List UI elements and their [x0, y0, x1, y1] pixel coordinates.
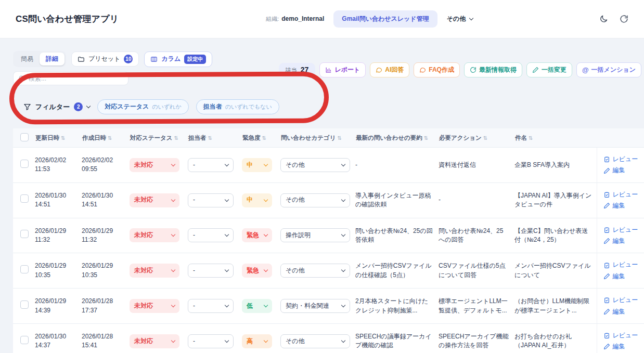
- sort-icon[interactable]: ⇅: [262, 135, 266, 141]
- status-select[interactable]: 未対応: [130, 299, 179, 313]
- edit-link[interactable]: 編集: [603, 272, 640, 281]
- assignee-select[interactable]: -: [188, 264, 234, 278]
- edit-link[interactable]: 編集: [603, 201, 640, 210]
- sort-icon[interactable]: ⇅: [529, 135, 533, 141]
- assignee-select[interactable]: -: [188, 334, 234, 348]
- column-header-action[interactable]: 必要アクション⇅: [437, 128, 513, 148]
- chip-condition: のいずれでもない: [225, 103, 272, 111]
- created-time: 17:37: [82, 306, 124, 315]
- reload-button[interactable]: [620, 15, 628, 23]
- sort-icon[interactable]: ⇅: [174, 135, 178, 141]
- status-select[interactable]: 未対応: [130, 158, 179, 172]
- category-select[interactable]: その他: [280, 334, 350, 348]
- column-header-created[interactable]: 作成日時⇅: [81, 128, 128, 148]
- filter-chip-assignee[interactable]: 担当者 のいずれでもない: [196, 99, 279, 114]
- fetch-latest-button[interactable]: 最新情報取得: [464, 62, 522, 77]
- edit-link[interactable]: 編集: [603, 342, 640, 351]
- table-row: 2026/01/2914:39 2026/01/2817:37 未対応 - 低 …: [13, 289, 644, 324]
- select-all-checkbox[interactable]: [20, 133, 29, 141]
- column-header-updated[interactable]: 更新日時⇅: [34, 128, 81, 148]
- ai-answer-button[interactable]: AI回答: [370, 62, 409, 77]
- column-header-status[interactable]: 対応ステータス⇅: [128, 128, 187, 148]
- category-select[interactable]: その他: [280, 158, 350, 172]
- urgency-select[interactable]: 中: [242, 193, 272, 207]
- filter-count-badge: 2: [74, 102, 83, 111]
- column-header-assignee[interactable]: 担当者⇅: [187, 128, 241, 148]
- review-link[interactable]: レビュー: [603, 260, 640, 269]
- review-link[interactable]: レビュー: [603, 155, 640, 164]
- report-button[interactable]: レポート: [319, 62, 366, 77]
- edit-link[interactable]: 編集: [603, 307, 640, 316]
- sort-icon[interactable]: ⇅: [337, 135, 341, 141]
- row-checkbox[interactable]: [20, 194, 29, 203]
- assignee-select[interactable]: -: [188, 158, 234, 172]
- bulk-mention-button[interactable]: @ 一括メンション: [576, 62, 641, 77]
- bulk-mention-label: 一括メンション: [591, 66, 636, 74]
- column-header-subject[interactable]: 件名⇅: [513, 128, 597, 148]
- assignee-select[interactable]: -: [188, 193, 234, 207]
- bulk-change-button[interactable]: 一括変更: [526, 62, 572, 77]
- sort-icon[interactable]: ⇅: [61, 135, 65, 141]
- column-header-urgency[interactable]: 緊急度⇅: [241, 128, 279, 148]
- org-label: 組織:demo_Internal: [266, 15, 324, 23]
- edit-link[interactable]: 編集: [603, 166, 640, 175]
- row-checkbox[interactable]: [20, 336, 29, 344]
- columns-button[interactable]: カラム 設定中: [144, 51, 212, 67]
- table-row: 2026/01/2910:35 2026/01/2910:35 未対応 - 緊急…: [13, 253, 644, 289]
- category-select[interactable]: 操作説明: [280, 228, 350, 242]
- category-select[interactable]: その他: [280, 193, 350, 207]
- row-checkbox[interactable]: [20, 160, 29, 168]
- created-time: 10:35: [82, 271, 124, 280]
- review-link[interactable]: レビュー: [603, 190, 640, 199]
- sort-icon[interactable]: ⇅: [483, 135, 487, 141]
- more-menu-button[interactable]: その他: [447, 15, 473, 23]
- columns-icon: [150, 56, 158, 63]
- column-header-category[interactable]: 問い合わせカテゴリ⇅: [279, 128, 354, 148]
- dark-mode-toggle[interactable]: [599, 15, 608, 23]
- faq-create-button[interactable]: FAQ作成: [414, 62, 460, 77]
- status-select[interactable]: 未対応: [130, 264, 179, 278]
- status-select[interactable]: 未対応: [130, 228, 179, 242]
- sort-icon[interactable]: ⇅: [108, 135, 112, 141]
- sort-icon[interactable]: ⇅: [424, 135, 428, 141]
- urgency-value: 緊急: [247, 266, 259, 275]
- mode-detail-tab[interactable]: 詳細: [40, 53, 65, 66]
- chevron-down-icon: [264, 338, 268, 343]
- mode-simple-tab[interactable]: 簡易: [15, 53, 40, 66]
- row-checkbox[interactable]: [20, 230, 29, 238]
- filter-button[interactable]: フィルター 2: [23, 102, 90, 112]
- chevron-down-icon: [171, 162, 175, 166]
- row-checkbox[interactable]: [20, 265, 29, 273]
- category-select[interactable]: 契約・料金関連: [280, 299, 350, 313]
- column-header-summary[interactable]: 最新の問い合わせの要約⇅: [354, 128, 437, 148]
- status-select[interactable]: 未対応: [130, 193, 179, 207]
- assignee-select[interactable]: -: [188, 299, 234, 313]
- review-link[interactable]: レビュー: [603, 331, 640, 340]
- page-title: CS問い合わせ管理アプリ: [16, 13, 119, 25]
- assignee-select[interactable]: -: [188, 228, 234, 242]
- status-value: 未対応: [134, 195, 153, 204]
- top-bar: CS問い合わせ管理アプリ 組織:demo_Internal Gmail問い合わせ…: [0, 0, 644, 38]
- created-date: 2026/01/28: [82, 297, 124, 306]
- assignee-value: -: [193, 266, 195, 275]
- search-input[interactable]: [29, 75, 123, 82]
- gmail-thread-button[interactable]: Gmail問い合わせスレッド管理: [333, 10, 437, 28]
- urgency-select[interactable]: 緊急: [242, 228, 272, 242]
- filter-chip-status[interactable]: 対応ステータス のいずれか: [97, 99, 188, 114]
- review-link[interactable]: レビュー: [603, 226, 640, 234]
- urgency-select[interactable]: 高: [242, 334, 272, 348]
- urgency-select[interactable]: 低: [242, 299, 272, 313]
- row-checkbox[interactable]: [20, 300, 29, 309]
- category-select[interactable]: その他: [280, 264, 350, 278]
- chevron-down-icon: [225, 338, 229, 343]
- review-link[interactable]: レビュー: [603, 296, 640, 305]
- preset-label: プリセット: [88, 55, 120, 63]
- clipboard-check-icon: [603, 227, 610, 233]
- sort-icon[interactable]: ⇅: [208, 135, 212, 141]
- urgency-select[interactable]: 緊急: [242, 264, 272, 278]
- status-select[interactable]: 未対応: [130, 334, 179, 348]
- urgency-select[interactable]: 中: [242, 158, 272, 172]
- header-label: 必要アクション: [439, 135, 482, 141]
- edit-link[interactable]: 編集: [603, 237, 640, 245]
- preset-button[interactable]: プリセット 10: [71, 51, 139, 67]
